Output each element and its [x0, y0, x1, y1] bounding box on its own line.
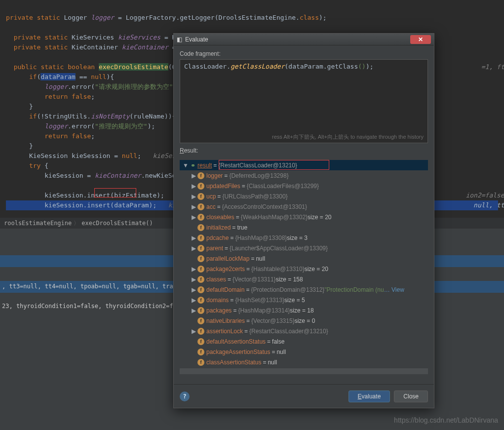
tree-node[interactable]: fparallelLockMap = null	[180, 253, 428, 264]
tree-node[interactable]: ▶fucp = {URLClassPath@13300}	[180, 191, 428, 201]
tree-node[interactable]: ▶fparent = {Launcher$AppClassLoader@1330…	[180, 243, 428, 253]
tree-node[interactable]: fpackageAssertionStatus = null	[180, 347, 428, 357]
tree-node[interactable]: ▶fdefaultDomain = {ProtectionDomain@1331…	[180, 284, 428, 295]
tree-node[interactable]: ▶fclasses = {Vector@13311} size = 158	[180, 274, 428, 284]
tree-node[interactable]: ▶fpdcache = {HashMap@13308} size = 3	[180, 233, 428, 243]
tree-node[interactable]: fnativeLibraries = {Vector@13315} size =…	[180, 315, 428, 326]
fragment-label: Code fragment:	[180, 50, 428, 57]
code-fragment-input[interactable]: ClassLoader.getClassLoader(dataParam.get…	[180, 59, 428, 143]
tree-node[interactable]: ▶flogger = {DeferredLog@13298}	[180, 170, 428, 181]
fragment-hint: ress Alt+向下箭头, Alt+向上箭头 to navigate thro…	[272, 133, 424, 141]
tree-node[interactable]: ▶facc = {AccessControlContext@13301}	[180, 201, 428, 212]
tree-node[interactable]: fdefaultAssertionStatus = false	[180, 336, 428, 347]
tree-node[interactable]: ▶fupdatedFiles = {ClassLoaderFiles@13299…	[180, 181, 428, 191]
tree-node[interactable]: fclassAssertionStatus = null	[180, 357, 428, 367]
result-tree[interactable]: ▼⚭ result = {RestartClassLoader@13210} ▶…	[180, 160, 428, 384]
evaluate-button[interactable]: Evaluate	[349, 391, 390, 402]
help-icon[interactable]: ?	[180, 391, 190, 401]
evaluate-dialog: ◧ Evaluate ✕ Code fragment: ClassLoader.…	[173, 33, 434, 408]
tree-node-result[interactable]: ▼⚭ result = {RestartClassLoader@13210}	[180, 160, 428, 170]
tree-node[interactable]: ▶fpackage2certs = {Hashtable@13310} size…	[180, 264, 428, 274]
app-icon: ◧	[177, 36, 182, 43]
close-icon[interactable]: ✕	[410, 35, 431, 44]
scrollbar[interactable]	[180, 368, 428, 374]
view-link[interactable]: … View	[384, 286, 404, 293]
close-button[interactable]: Close	[394, 391, 428, 402]
tree-node[interactable]: ▶fdomains = {HashSet@13313} size = 5	[180, 295, 428, 305]
tree-node[interactable]: ▶fpackages = {HashMap@13314} size = 18	[180, 305, 428, 315]
dialog-titlebar[interactable]: ◧ Evaluate ✕	[174, 34, 434, 45]
tree-node[interactable]: ▶fcloseables = {WeakHashMap@13302} size …	[180, 212, 428, 222]
result-label: Result:	[180, 147, 428, 154]
tree-node[interactable]: finitialized = true	[180, 222, 428, 233]
dialog-title: Evaluate	[185, 36, 208, 43]
tree-node[interactable]: ▶fassertionLock = {RestartClassLoader@13…	[180, 326, 428, 336]
